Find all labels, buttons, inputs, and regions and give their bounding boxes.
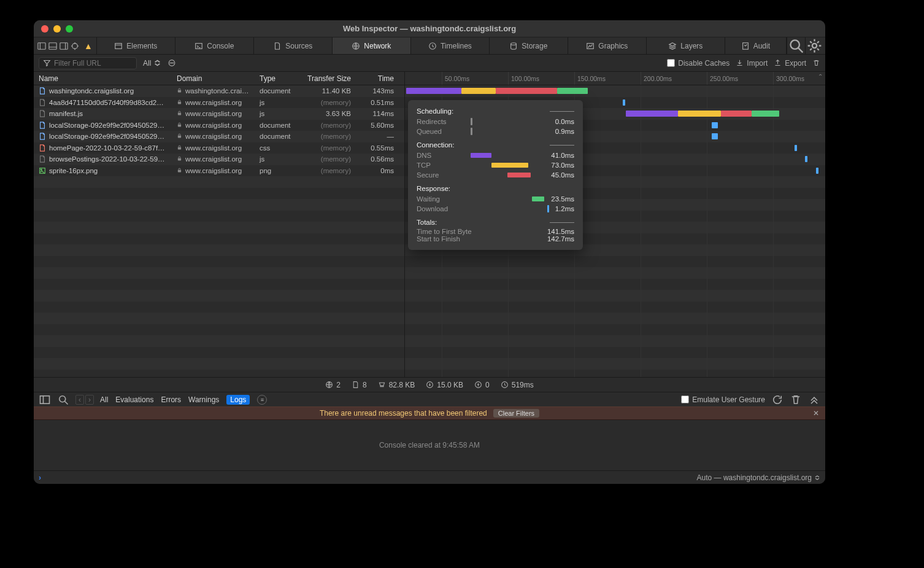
timeline-pane: ⌃ 50.00ms100.00ms150.00ms200.00ms250.00m… <box>405 72 825 377</box>
timing-bar <box>816 168 818 174</box>
table-row[interactable]: browsePostings-2022-10-03-22-59-d1…www.c… <box>34 154 404 165</box>
svg-line-20 <box>798 48 803 52</box>
resource-domain: www.craigslist.org <box>185 122 242 129</box>
resource-type: js <box>255 155 298 163</box>
col-time-header[interactable]: Time <box>356 74 399 83</box>
svg-rect-27 <box>178 102 181 104</box>
tab-console[interactable]: Console <box>175 37 254 54</box>
filter-url-input[interactable]: Filter Full URL <box>39 57 137 69</box>
table-row[interactable]: manifest.jswww.craigslist.orgjs3.63 KB11… <box>34 108 404 120</box>
element-selector-icon[interactable] <box>71 42 79 50</box>
clear-button[interactable] <box>812 59 820 67</box>
stat-transfer: 82.8 KB <box>378 381 415 389</box>
export-button[interactable]: Export <box>774 59 806 68</box>
svg-point-16 <box>511 42 517 45</box>
timeline-body[interactable]: Scheduling: Redirects0.0ms Queued0.9ms C… <box>405 85 825 377</box>
filter-logs[interactable]: Logs <box>226 395 250 405</box>
resource-time: 143ms <box>356 87 399 95</box>
ruler-tick: 150.00ms <box>574 72 606 85</box>
resource-name: browsePostings-2022-10-03-22-59-d1… <box>49 155 167 163</box>
resource-time: 0ms <box>356 167 399 174</box>
timing-bar <box>406 88 461 94</box>
console-warning-bar: There are unread messages that have been… <box>34 407 825 420</box>
console-collapse-button[interactable] <box>808 394 820 405</box>
tab-audit[interactable]: Audit <box>725 37 787 54</box>
console-prev-button[interactable]: ‹ <box>75 395 84 405</box>
svg-point-34 <box>40 169 42 170</box>
timing-bar <box>795 145 797 151</box>
resource-size: (memory) <box>298 133 356 140</box>
tab-timelines[interactable]: Timelines <box>411 37 490 54</box>
console-context-select[interactable]: Auto — washingtondc.craigslist.org <box>697 473 820 482</box>
table-header: Name Domain Type Transfer Size Time <box>34 72 404 85</box>
lock-icon <box>177 122 182 129</box>
svg-rect-11 <box>115 43 122 49</box>
dismiss-warning-button[interactable]: ✕ <box>813 409 819 418</box>
svg-line-43 <box>65 401 68 404</box>
tab-graphics[interactable]: Graphics <box>568 37 647 54</box>
table-row[interactable]: localStorage-092e9f9e2f09450529e74…www.c… <box>34 131 404 142</box>
resource-size: (memory) <box>298 144 356 152</box>
ruler-tick: 300.00ms <box>773 72 804 85</box>
resource-time: 114ms <box>356 110 399 117</box>
console-sidebar-toggle[interactable] <box>39 394 51 405</box>
svg-rect-28 <box>178 113 181 115</box>
disable-caches-checkbox[interactable]: Disable Caches <box>667 59 730 68</box>
warning-icon[interactable]: ▲ <box>84 41 93 51</box>
console-clear-button[interactable] <box>790 394 802 405</box>
chevron-up-icon[interactable]: ⌃ <box>818 73 823 80</box>
col-name-header[interactable]: Name <box>34 74 172 83</box>
dock-right-icon[interactable] <box>60 42 68 50</box>
filter-type-select[interactable]: All <box>143 59 161 68</box>
tab-layers[interactable]: Layers <box>647 37 725 54</box>
resource-type: js <box>255 110 298 117</box>
table-row[interactable]: homePage-2022-10-03-22-59-c87fb6…www.cra… <box>34 142 404 154</box>
timeline-ruler: ⌃ 50.00ms100.00ms150.00ms200.00ms250.00m… <box>405 72 825 85</box>
filter-errors[interactable]: Errors <box>161 395 181 404</box>
svg-point-21 <box>812 44 817 48</box>
search-button[interactable] <box>787 37 805 54</box>
clear-filters-button[interactable]: Clear Filters <box>493 409 539 418</box>
svg-point-23 <box>170 63 171 63</box>
import-button[interactable]: Import <box>736 59 768 68</box>
file-icon <box>39 144 46 152</box>
tab-elements[interactable]: Elements <box>97 37 175 54</box>
timing-bar <box>678 111 721 117</box>
other-options-icon[interactable] <box>167 59 176 67</box>
table-row[interactable]: washingtondc.craigslist.orgwashingtondc.… <box>34 85 404 97</box>
col-domain-header[interactable]: Domain <box>172 74 255 83</box>
resource-size: (memory) <box>298 99 356 106</box>
console-reload-button[interactable] <box>771 394 783 405</box>
console-next-button[interactable]: › <box>85 395 94 405</box>
preserve-log-toggle[interactable]: ≡ <box>257 395 267 405</box>
svg-rect-35 <box>178 170 181 173</box>
filter-evaluations[interactable]: Evaluations <box>115 395 153 404</box>
lock-icon <box>177 99 182 106</box>
console-search-button[interactable] <box>57 394 69 405</box>
dock-left-icon[interactable] <box>37 42 46 50</box>
filter-warnings[interactable]: Warnings <box>188 395 219 404</box>
dock-bottom-icon[interactable] <box>48 42 57 50</box>
dock-controls: ▲ <box>34 37 97 54</box>
resource-domain: www.craigslist.org <box>185 133 242 140</box>
stat-download: 15.0 KB <box>426 381 463 389</box>
table-row[interactable]: localStorage-092e9f9e2f09450529e74…www.c… <box>34 120 404 131</box>
console-input[interactable]: › Auto — washingtondc.craigslist.org <box>34 470 825 484</box>
tab-network[interactable]: Network <box>333 37 411 54</box>
web-inspector-window: Web Inspector — washingtondc.craigslist.… <box>34 20 825 484</box>
table-row[interactable]: sprite-16px.pngwww.craigslist.orgpng(mem… <box>34 165 404 177</box>
resource-domain: www.craigslist.org <box>185 155 242 163</box>
console-prompt-icon: › <box>39 473 41 482</box>
resource-name: localStorage-092e9f9e2f09450529e74… <box>49 122 167 129</box>
col-size-header[interactable]: Transfer Size <box>298 74 356 83</box>
tab-storage[interactable]: Storage <box>490 37 568 54</box>
filter-all[interactable]: All <box>100 395 108 404</box>
col-type-header[interactable]: Type <box>255 74 298 83</box>
resource-type: js <box>255 99 298 106</box>
emulate-user-gesture-checkbox[interactable]: Emulate User Gesture <box>681 395 765 404</box>
timing-bar <box>623 99 625 106</box>
tab-sources[interactable]: Sources <box>254 37 333 54</box>
settings-button[interactable] <box>805 37 823 54</box>
table-row[interactable]: 4aa8d471150d0d57d40f99d83cd21b71…www.cra… <box>34 97 404 109</box>
lock-icon <box>177 144 182 152</box>
